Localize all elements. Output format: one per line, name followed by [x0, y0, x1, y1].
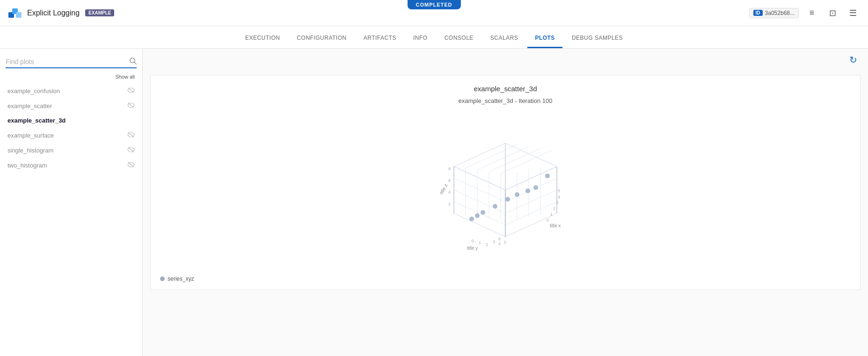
svg-text:0: 0 [472, 239, 474, 243]
svg-line-4 [134, 62, 136, 64]
search-box [6, 56, 137, 68]
search-input[interactable] [6, 56, 129, 67]
tab-console[interactable]: CONSOLE [437, 29, 481, 48]
svg-line-31 [477, 146, 529, 170]
svg-text:1: 1 [550, 212, 553, 217]
plot-item-label: example_scatter_3d [7, 117, 66, 124]
search-icon [129, 57, 137, 66]
svg-line-19 [454, 202, 505, 225]
logo-icon [7, 6, 22, 21]
tab-artifacts[interactable]: ARTIFACTS [356, 29, 404, 48]
show-all-button[interactable]: Show all [115, 74, 135, 80]
svg-text:title y: title y [467, 246, 478, 251]
tab-configuration[interactable]: CONFIGURATION [289, 29, 354, 48]
eye-hidden-icon [127, 102, 135, 109]
plot-legend: series_xyz [151, 271, 204, 290]
svg-text:3: 3 [493, 240, 495, 244]
svg-text:title x: title x [550, 223, 561, 228]
list-item[interactable]: two_histogram [0, 158, 142, 173]
eye-hidden-icon [127, 161, 135, 169]
tab-plots[interactable]: PLOTS [527, 29, 562, 48]
svg-point-62 [515, 192, 519, 197]
svg-text:2: 2 [486, 242, 488, 247]
example-badge: EXAMPLE [85, 9, 114, 16]
svg-point-55 [533, 185, 538, 190]
list-item-active[interactable]: example_scatter_3d [0, 113, 142, 128]
tab-scalars[interactable]: SCALARS [483, 29, 526, 48]
scatter-3d-chart: title z title y title x 8 6 4 2 0 1 2 3 … [426, 124, 585, 255]
svg-text:5: 5 [504, 240, 506, 245]
refresh-button[interactable]: ↻ [846, 52, 861, 67]
top-bar: Explicit Logging EXAMPLE COMPLETED ID 3a… [0, 0, 868, 26]
svg-text:8: 8 [448, 167, 451, 171]
svg-text:6: 6 [448, 178, 451, 183]
svg-text:2: 2 [553, 206, 555, 211]
svg-line-25 [505, 190, 557, 213]
svg-text:4: 4 [558, 195, 560, 199]
refresh-icon: ↻ [849, 54, 857, 65]
plot-item-label: single_histogram [7, 147, 53, 154]
columns-icon-btn[interactable]: ⊡ [825, 6, 840, 21]
svg-text:3: 3 [556, 200, 558, 205]
svg-text:6: 6 [498, 237, 501, 241]
svg-text:title z: title z [438, 183, 448, 195]
list-item[interactable]: example_scatter [0, 98, 142, 113]
content-area: ↻ example_scatter_3d example_scatter_3d … [143, 49, 868, 356]
svg-line-24 [505, 178, 557, 202]
plot-container: title z title y title x 8 6 4 2 0 1 2 3 … [151, 109, 860, 271]
tab-info[interactable]: INFO [406, 29, 435, 48]
legend-dot [160, 276, 165, 281]
status-area: COMPLETED [407, 0, 460, 9]
tab-execution[interactable]: EXECUTION [238, 29, 288, 48]
legend-label: series_xyz [168, 276, 194, 282]
show-all-row: Show all [0, 72, 142, 83]
plot-list: example_confusion example_scatter [0, 83, 142, 356]
svg-point-54 [545, 174, 550, 178]
task-id-value: 3a052b68... [765, 10, 795, 16]
svg-line-33 [501, 150, 552, 174]
plot-item-label: example_confusion [7, 87, 60, 94]
menu-icon: ☰ [849, 8, 857, 18]
plot-title: example_scatter_3d [474, 75, 537, 97]
svg-line-30 [466, 145, 517, 168]
list-item[interactable]: example_confusion [0, 83, 142, 98]
plot-card: example_scatter_3d example_scatter_3d - … [150, 75, 861, 290]
document-icon: ≡ [810, 8, 815, 18]
eye-hidden-icon [127, 131, 135, 139]
main-layout: Show all example_confusion example_scatt… [0, 49, 868, 356]
svg-line-17 [454, 178, 505, 202]
app-logo-area: Explicit Logging EXAMPLE [7, 6, 114, 21]
top-bar-right: ID 3a052b68... ≡ ⊡ ☰ [749, 6, 861, 21]
eye-hidden-icon [127, 87, 135, 94]
plot-subtitle: example_scatter_3d - Iteration 100 [459, 97, 553, 104]
svg-line-32 [489, 148, 540, 172]
svg-text:0: 0 [547, 218, 549, 223]
menu-icon-btn[interactable]: ☰ [846, 6, 861, 21]
svg-point-60 [469, 217, 474, 221]
svg-point-56 [525, 189, 530, 193]
eye-hidden-icon [127, 146, 135, 154]
status-badge: COMPLETED [407, 0, 460, 9]
svg-point-58 [493, 204, 497, 209]
tab-debug-samples[interactable]: DEBUG SAMPLES [564, 29, 630, 48]
plot-item-label: example_surface [7, 132, 54, 139]
document-icon-btn[interactable]: ≡ [804, 6, 819, 21]
svg-point-59 [475, 213, 480, 218]
svg-point-61 [481, 210, 485, 215]
task-id-badge: ID 3a052b68... [749, 8, 799, 18]
nav-tabs: EXECUTION CONFIGURATION ARTIFACTS INFO C… [0, 26, 868, 49]
svg-text:2: 2 [448, 202, 451, 206]
svg-line-26 [505, 202, 557, 225]
svg-line-18 [454, 190, 505, 213]
id-label: ID [753, 10, 763, 16]
svg-text:5: 5 [558, 189, 560, 193]
columns-icon: ⊡ [829, 8, 836, 18]
plot-item-label: two_histogram [7, 162, 47, 169]
svg-text:4: 4 [498, 241, 501, 246]
svg-rect-2 [16, 12, 22, 18]
plot-item-label: example_scatter [7, 102, 52, 109]
list-item[interactable]: example_surface [0, 128, 142, 143]
svg-point-57 [505, 197, 510, 202]
list-item[interactable]: single_histogram [0, 143, 142, 158]
svg-text:1: 1 [479, 240, 481, 245]
